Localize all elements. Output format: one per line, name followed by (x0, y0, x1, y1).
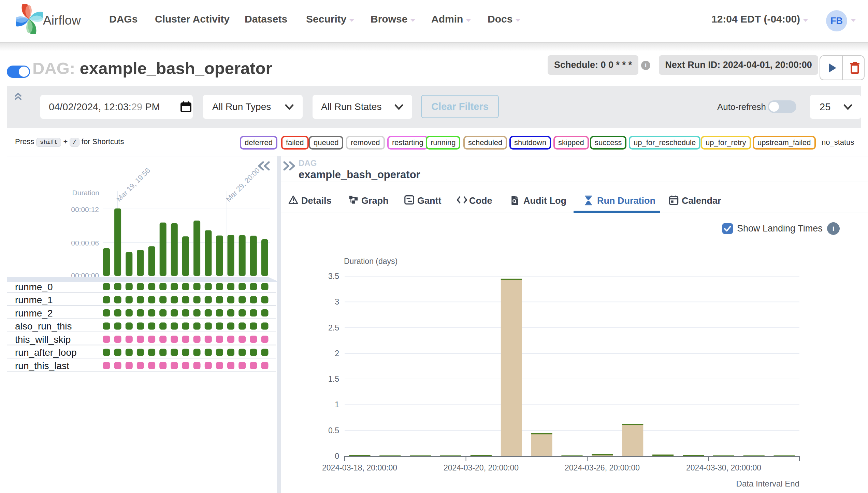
svg-text:runme_2: runme_2 (15, 308, 53, 319)
svg-text:1: 1 (335, 400, 339, 409)
svg-text:run_this_last: run_this_last (15, 361, 69, 371)
svg-text:Duration (days): Duration (days) (344, 257, 397, 266)
svg-text:Duration: Duration (72, 189, 99, 197)
svg-text:Mar 19, 19:56: Mar 19, 19:56 (115, 166, 152, 203)
svg-text:00:00:12: 00:00:12 (71, 206, 99, 213)
svg-text:runme_0: runme_0 (15, 282, 53, 292)
svg-text:Data Interval End: Data Interval End (736, 479, 799, 488)
svg-text:2: 2 (335, 349, 339, 358)
svg-text:1.5: 1.5 (328, 375, 339, 383)
svg-text:this_will_skip: this_will_skip (15, 334, 71, 345)
svg-text:3: 3 (335, 297, 339, 306)
svg-text:00:00:06: 00:00:06 (71, 239, 99, 247)
svg-text:runme_1: runme_1 (15, 295, 53, 305)
svg-text:2024-03-18, 20:00:00: 2024-03-18, 20:00:00 (322, 463, 397, 472)
svg-text:3.5: 3.5 (328, 272, 339, 281)
svg-text:also_run_this: also_run_this (15, 321, 72, 332)
svg-text:2024-03-20, 20:00:00: 2024-03-20, 20:00:00 (444, 463, 519, 472)
svg-text:0: 0 (335, 452, 339, 461)
svg-text:2024-03-30, 20:00:00: 2024-03-30, 20:00:00 (686, 463, 761, 472)
svg-text:run_after_loop: run_after_loop (15, 347, 77, 358)
svg-text:0.5: 0.5 (328, 426, 339, 435)
svg-text:Mar 29, 20:00: Mar 29, 20:00 (225, 166, 261, 203)
svg-text:2024-03-26, 20:00:00: 2024-03-26, 20:00:00 (565, 463, 640, 472)
svg-text:2.5: 2.5 (328, 323, 339, 332)
